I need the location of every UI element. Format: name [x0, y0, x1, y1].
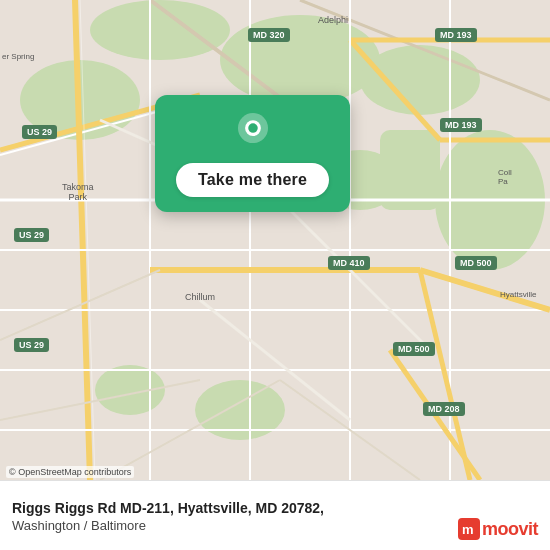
moovit-logo: m moovit	[458, 518, 538, 540]
svg-text:m: m	[462, 522, 474, 537]
badge-md500a: MD 500	[455, 256, 497, 270]
svg-point-1	[220, 15, 380, 105]
label-coll-pa: CollPa	[498, 168, 512, 186]
svg-point-42	[248, 123, 258, 133]
badge-md410: MD 410	[328, 256, 370, 270]
badge-md320: MD 320	[248, 28, 290, 42]
moovit-logo-icon: m	[458, 518, 480, 540]
badge-md193b: MD 193	[440, 118, 482, 132]
badge-us29b: US 29	[14, 228, 49, 242]
address-line: Riggs Riggs Rd MD-211, Hyattsville, MD 2…	[12, 500, 538, 516]
popup-card: Take me there	[155, 95, 350, 212]
badge-us29a: US 29	[22, 125, 57, 139]
moovit-logo-text: moovit	[482, 519, 538, 540]
label-takoma: TakomaPark	[62, 182, 94, 202]
label-adelphi: Adelphi	[318, 15, 348, 25]
location-pin-icon	[234, 113, 272, 151]
openstreetmap-attribution: © OpenStreetMap contributors	[6, 466, 134, 478]
label-chillum: Chillum	[185, 292, 215, 302]
label-er-spring: er Spring	[2, 52, 34, 61]
badge-md500b: MD 500	[393, 342, 435, 356]
svg-point-2	[360, 45, 480, 115]
bottom-bar: Riggs Riggs Rd MD-211, Hyattsville, MD 2…	[0, 480, 550, 550]
map-container: MD 320 MD 193 MD 193 US 29 US 29 US 29 M…	[0, 0, 550, 480]
badge-md208: MD 208	[423, 402, 465, 416]
take-me-there-button[interactable]: Take me there	[176, 163, 329, 197]
badge-us29c: US 29	[14, 338, 49, 352]
badge-md193a: MD 193	[435, 28, 477, 42]
label-hyattsville: Hyattsville	[500, 290, 536, 299]
svg-rect-6	[380, 130, 440, 210]
